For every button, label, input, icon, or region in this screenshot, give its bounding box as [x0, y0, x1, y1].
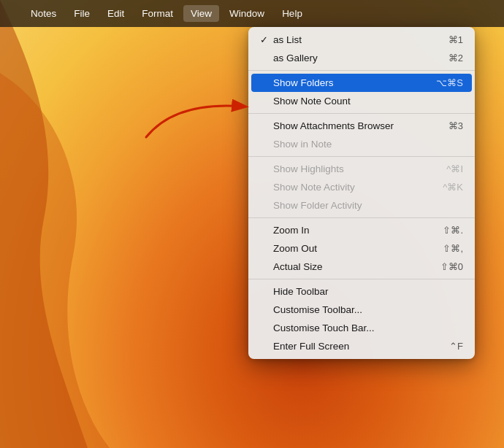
menu-item-customise-toolbar[interactable]: Customise Toolbar...: [248, 301, 475, 319]
menubar-notes[interactable]: Notes: [23, 5, 64, 22]
menu-item-show-highlights: Show Highlights ^⌘I: [248, 160, 475, 178]
view-menu-dropdown: ✓ as List ⌘1 as Gallery ⌘2 Show Folders …: [248, 27, 475, 359]
menu-item-zoom-in[interactable]: Zoom In ⇧⌘.: [248, 221, 475, 239]
menu-item-show-in-note: Show in Note: [248, 135, 475, 153]
menubar-view[interactable]: View: [183, 5, 219, 22]
separator: [248, 156, 475, 157]
menu-item-show-folders[interactable]: Show Folders ⌥⌘S: [251, 74, 472, 92]
menu-item-show-note-activity: Show Note Activity ^⌘K: [248, 178, 475, 196]
menu-label: as List: [273, 34, 440, 45]
menu-label: Enter Full Screen: [273, 341, 440, 352]
menu-item-zoom-out[interactable]: Zoom Out ⇧⌘,: [248, 239, 475, 258]
menu-label: Hide Toolbar: [273, 286, 454, 297]
wallpaper-shape: [0, 0, 219, 448]
menu-shortcut: ⇧⌘0: [440, 261, 463, 272]
menu-label: Show in Note: [273, 139, 454, 150]
menu-shortcut: ⌘1: [448, 34, 463, 45]
menu-label: Show Highlights: [273, 163, 438, 174]
menubar-help[interactable]: Help: [275, 5, 310, 22]
menu-label: Show Note Activity: [273, 182, 434, 193]
menu-item-customise-touchbar[interactable]: Customise Touch Bar...: [248, 319, 475, 337]
menu-item-actual-size[interactable]: Actual Size ⇧⌘0: [248, 258, 475, 276]
menu-item-as-gallery[interactable]: as Gallery ⌘2: [248, 49, 475, 67]
separator: [248, 113, 475, 114]
checkmark-icon: ✓: [260, 34, 272, 45]
separator: [248, 70, 475, 71]
menu-label: Zoom Out: [273, 243, 434, 254]
menu-shortcut: ⇧⌘.: [443, 225, 463, 236]
menu-label: Show Attachments Browser: [273, 120, 440, 131]
menu-item-show-note-count[interactable]: Show Note Count: [248, 92, 475, 110]
menu-item-enter-fullscreen[interactable]: Enter Full Screen ⌃F: [248, 337, 475, 355]
menu-item-show-attachments[interactable]: Show Attachments Browser ⌘3: [248, 117, 475, 135]
menu-label: as Gallery: [273, 53, 440, 63]
separator: [248, 279, 475, 279]
menu-label: Show Note Count: [273, 96, 454, 107]
menu-shortcut: ⌃F: [449, 341, 463, 352]
menu-label: Customise Touch Bar...: [273, 323, 454, 333]
menubar-file[interactable]: File: [66, 5, 97, 22]
menu-shortcut: ^⌘I: [446, 163, 463, 174]
menu-label: Zoom In: [273, 225, 434, 236]
menu-label: Show Folder Activity: [273, 200, 454, 211]
menu-label: Show Folders: [273, 77, 427, 88]
menubar-format[interactable]: Format: [134, 5, 180, 22]
menu-item-hide-toolbar[interactable]: Hide Toolbar: [248, 282, 475, 301]
menu-shortcut: ⌘3: [448, 120, 463, 131]
menubar-edit[interactable]: Edit: [100, 5, 131, 22]
menu-label: Customise Toolbar...: [273, 304, 454, 315]
menu-label: Actual Size: [273, 261, 432, 272]
menu-item-as-list[interactable]: ✓ as List ⌘1: [248, 31, 475, 49]
menu-shortcut: ⇧⌘,: [443, 243, 463, 254]
menu-shortcut: ⌥⌘S: [436, 77, 463, 88]
menubar: Notes File Edit Format View Window Help: [0, 0, 504, 27]
menubar-window[interactable]: Window: [222, 5, 272, 22]
menu-shortcut: ^⌘K: [443, 182, 463, 193]
menu-item-show-folder-activity: Show Folder Activity: [248, 196, 475, 215]
separator: [248, 217, 475, 218]
menu-shortcut: ⌘2: [448, 53, 463, 63]
